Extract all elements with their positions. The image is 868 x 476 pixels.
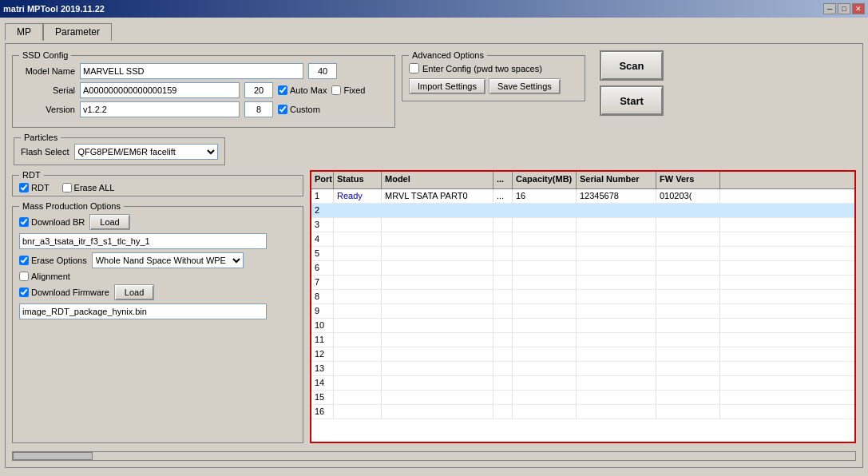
- erase-options-checkbox[interactable]: [19, 256, 29, 265]
- table-cell: [334, 247, 382, 260]
- table-row[interactable]: 12: [311, 347, 854, 362]
- load-br-button[interactable]: Load: [89, 214, 129, 230]
- serial-row: Serial 20 Auto Max Fixed: [19, 82, 388, 98]
- fixed-checkbox[interactable]: [331, 85, 341, 95]
- col-header-port: Port: [311, 172, 334, 188]
- table-cell: [513, 218, 577, 232]
- table-cell: [513, 319, 577, 332]
- table-cell: 14: [311, 376, 334, 390]
- erase-all-checkbox[interactable]: [62, 183, 72, 192]
- advanced-options-group: Advanced Options Enter Config (pwd two s…: [402, 50, 585, 101]
- table-cell: [334, 218, 382, 232]
- table-cell: [656, 304, 720, 318]
- table-cell: [513, 376, 577, 390]
- table-cell: [382, 232, 493, 246]
- table-cell: [513, 247, 577, 260]
- table-cell: [334, 405, 382, 418]
- close-button[interactable]: ✕: [852, 3, 865, 14]
- table-row[interactable]: 8: [311, 290, 854, 304]
- table-cell: ...: [493, 189, 513, 203]
- alignment-checkbox[interactable]: [19, 272, 29, 281]
- adv-buttons-row: Import Settings Save Settings: [409, 78, 578, 94]
- custom-checkbox[interactable]: [278, 105, 287, 114]
- version-num: 8: [244, 101, 273, 117]
- table-row[interactable]: 10: [311, 319, 854, 333]
- erase-options-select[interactable]: Whole Nand Space Without WPE: [92, 252, 244, 268]
- table-cell: [382, 218, 493, 232]
- table-cell: [656, 391, 720, 404]
- table-cell: [577, 218, 656, 232]
- table-cell: [493, 218, 513, 232]
- tab-parameter[interactable]: Parameter: [43, 23, 112, 41]
- table-cell: [382, 290, 493, 303]
- table-cell: [334, 232, 382, 246]
- table-cell: 12345678: [577, 189, 656, 203]
- table-row[interactable]: 2: [311, 204, 854, 218]
- table-cell: [334, 319, 382, 332]
- load-fw-button[interactable]: Load: [114, 284, 154, 300]
- table-cell: [656, 405, 720, 418]
- table-row[interactable]: 1ReadyMRVL TSATA PART0...161234567801020…: [311, 189, 854, 204]
- rdt-checkbox[interactable]: [19, 183, 29, 192]
- table-cell: [334, 376, 382, 390]
- minimize-button[interactable]: ─: [823, 3, 836, 14]
- col-header-serial: Serial Number: [577, 172, 656, 188]
- table-cell: [334, 276, 382, 289]
- table-cell: [577, 232, 656, 246]
- table-row[interactable]: 11: [311, 333, 854, 347]
- table-row[interactable]: 3: [311, 218, 854, 232]
- table-body: 1ReadyMRVL TSATA PART0...161234567801020…: [311, 189, 854, 442]
- table-cell: [493, 376, 513, 390]
- table-cell: 1: [311, 189, 334, 203]
- version-input[interactable]: [80, 101, 240, 117]
- horizontal-scrollbar[interactable]: [12, 451, 856, 461]
- table-cell: [493, 261, 513, 275]
- table-row[interactable]: 16: [311, 405, 854, 419]
- table-row[interactable]: 15: [311, 391, 854, 405]
- model-name-label: Model Name: [19, 66, 75, 76]
- enter-config-checkbox[interactable]: [409, 63, 419, 73]
- mass-prod-group: Mass Production Options Download BR Load…: [12, 201, 303, 443]
- scan-button[interactable]: Scan: [600, 50, 664, 81]
- table-row[interactable]: 9: [311, 304, 854, 319]
- table-cell: [513, 261, 577, 275]
- table-row[interactable]: 14: [311, 376, 854, 391]
- version-row: Version 8 Custom: [19, 101, 388, 117]
- table-cell: [334, 304, 382, 318]
- serial-num: 20: [244, 82, 273, 98]
- table-cell: [382, 362, 493, 375]
- table-cell: [577, 304, 656, 318]
- table-row[interactable]: 5: [311, 247, 854, 261]
- top-section: SSD Config Model Name 40 Serial 20 Auto …: [12, 50, 856, 128]
- table-cell: [382, 261, 493, 275]
- download-br-checkbox[interactable]: [19, 217, 29, 227]
- bottom-section: RDT RDT Erase ALL Mass Product: [12, 170, 856, 443]
- scrollbar-thumb[interactable]: [13, 452, 93, 460]
- table-cell: 16: [311, 405, 334, 418]
- import-settings-button[interactable]: Import Settings: [409, 78, 486, 94]
- save-settings-button[interactable]: Save Settings: [489, 78, 561, 94]
- model-name-input[interactable]: [80, 63, 303, 79]
- col-header-model: Model: [382, 172, 493, 188]
- table-row[interactable]: 13: [311, 362, 854, 376]
- start-button[interactable]: Start: [600, 85, 664, 116]
- table-row[interactable]: 4: [311, 232, 854, 247]
- table-row[interactable]: 6: [311, 261, 854, 276]
- table-cell: [493, 347, 513, 361]
- download-fw-checkbox[interactable]: [19, 288, 29, 297]
- auto-max-checkbox[interactable]: [278, 85, 287, 95]
- rdt-row: RDT Erase ALL: [19, 183, 296, 192]
- tab-mp[interactable]: MP: [5, 23, 43, 41]
- flash-select-label: Flash Select: [21, 147, 69, 157]
- table-cell: [382, 319, 493, 332]
- br-filename-input[interactable]: [19, 233, 267, 249]
- fw-filename-input[interactable]: [19, 303, 267, 319]
- table-row[interactable]: 7: [311, 276, 854, 290]
- col-header-capacity: Capacity(MB): [513, 172, 577, 188]
- erase-options-checkbox-label: Erase Options: [19, 256, 87, 265]
- flash-select[interactable]: QFG8PEM/EM6R facelift: [74, 144, 218, 160]
- table-cell: Ready: [334, 189, 382, 203]
- serial-input[interactable]: [80, 82, 240, 98]
- table-cell: [577, 204, 656, 217]
- maximize-button[interactable]: □: [838, 3, 850, 14]
